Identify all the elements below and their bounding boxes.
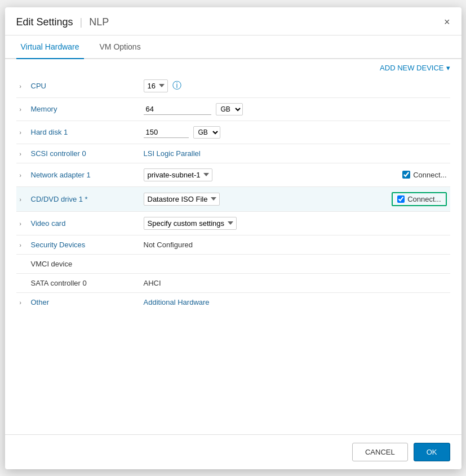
network-adapter-select[interactable]: private-subnet-1 bbox=[144, 168, 212, 181]
scsi-link[interactable]: LSI Logic Parallel bbox=[144, 149, 201, 158]
cpu-label: CPU bbox=[28, 74, 140, 98]
chevron-right-icon: › bbox=[20, 83, 21, 90]
memory-unit-select[interactable]: GBMB bbox=[216, 103, 243, 115]
toolbar: ADD NEW DEVICE ▾ bbox=[5, 59, 461, 74]
chevron-right-icon: › bbox=[20, 300, 21, 306]
cpu-select[interactable]: 16 124832 bbox=[144, 79, 168, 92]
table-row: › CD/DVD drive 1 * Datastore ISO File Cl… bbox=[16, 186, 450, 211]
hardware-table-container: › CPU 16 124832 ⓘ › bbox=[5, 74, 461, 434]
sata-text: AHCI bbox=[144, 279, 161, 287]
video-card-value: Specify custom settings Auto-detect sett… bbox=[140, 211, 450, 235]
add-device-label: ADD NEW DEVICE bbox=[380, 64, 443, 72]
other-label: Other bbox=[28, 292, 140, 312]
hard-disk-expand[interactable]: › bbox=[16, 121, 28, 144]
cddvd-value: Datastore ISO File Client Device Host De… bbox=[140, 186, 450, 211]
memory-input[interactable] bbox=[144, 104, 211, 115]
memory-expand[interactable]: › bbox=[16, 97, 28, 121]
dialog-footer: CANCEL OK bbox=[5, 434, 461, 469]
tab-vm-options[interactable]: VM Options bbox=[95, 35, 145, 59]
scsi-value: LSI Logic Parallel bbox=[140, 144, 450, 163]
hardware-table: › CPU 16 124832 ⓘ › bbox=[16, 74, 450, 312]
cddvd-expand[interactable]: › bbox=[16, 186, 28, 211]
vmci-label: VMCI device bbox=[28, 254, 140, 273]
security-devices-value: Not Configured bbox=[140, 235, 450, 254]
hard-disk-value: GBMBTB bbox=[140, 121, 450, 144]
add-new-device-button[interactable]: ADD NEW DEVICE ▾ bbox=[380, 64, 450, 72]
vmci-expand-placeholder bbox=[16, 254, 28, 273]
hard-disk-input[interactable] bbox=[144, 127, 189, 138]
ok-button[interactable]: OK bbox=[414, 443, 450, 461]
close-button[interactable]: × bbox=[444, 17, 450, 27]
sata-expand-placeholder bbox=[16, 273, 28, 292]
other-expand[interactable]: › bbox=[16, 292, 28, 312]
security-devices-text: Not Configured bbox=[144, 241, 193, 249]
other-value: Additional Hardware bbox=[140, 292, 450, 312]
network-connect-wrap: Connect... bbox=[402, 171, 446, 179]
cpu-value: 16 124832 ⓘ bbox=[140, 74, 450, 98]
dialog-title: Edit Settings bbox=[16, 16, 73, 28]
table-row: › Video card Specify custom settings Aut… bbox=[16, 211, 450, 235]
chevron-right-icon: › bbox=[20, 130, 21, 136]
cpu-expand[interactable]: › bbox=[16, 74, 28, 98]
edit-settings-dialog: Edit Settings | NLP × Virtual Hardware V… bbox=[5, 7, 461, 469]
table-row: › Security Devices Not Configured bbox=[16, 235, 450, 254]
hard-disk-unit-select[interactable]: GBMBTB bbox=[193, 126, 220, 139]
table-row: › Other Additional Hardware bbox=[16, 292, 450, 312]
chevron-right-icon: › bbox=[20, 172, 21, 179]
video-card-select[interactable]: Specify custom settings Auto-detect sett… bbox=[144, 217, 237, 230]
chevron-right-icon: › bbox=[20, 197, 21, 203]
security-devices-label: Security Devices bbox=[28, 235, 140, 254]
cddvd-connect-checkbox[interactable] bbox=[397, 195, 405, 203]
dialog-subtitle: NLP bbox=[89, 16, 109, 28]
video-card-label: Video card bbox=[28, 211, 140, 235]
video-expand[interactable]: › bbox=[16, 211, 28, 235]
dialog-separator: | bbox=[80, 16, 83, 28]
memory-value: GBMB bbox=[140, 97, 450, 121]
chevron-right-icon: › bbox=[20, 106, 21, 113]
cddvd-connect-wrap: Connect... bbox=[392, 192, 446, 206]
hard-disk-label: Hard disk 1 bbox=[28, 121, 140, 144]
scsi-expand[interactable]: › bbox=[16, 144, 28, 163]
security-expand[interactable]: › bbox=[16, 235, 28, 254]
vmci-value bbox=[140, 254, 450, 273]
cancel-button[interactable]: CANCEL bbox=[352, 443, 408, 461]
sata-label: SATA controller 0 bbox=[28, 273, 140, 292]
info-icon[interactable]: ⓘ bbox=[172, 80, 181, 92]
table-row: VMCI device bbox=[16, 254, 450, 273]
dialog-header: Edit Settings | NLP × bbox=[5, 7, 461, 35]
table-row: › Hard disk 1 GBMBTB bbox=[16, 121, 450, 144]
network-expand[interactable]: › bbox=[16, 163, 28, 186]
cddvd-label: CD/DVD drive 1 * bbox=[28, 186, 140, 211]
add-device-chevron-icon: ▾ bbox=[446, 64, 450, 72]
network-connect-checkbox[interactable] bbox=[402, 171, 410, 179]
other-link[interactable]: Additional Hardware bbox=[144, 298, 210, 306]
table-row: SATA controller 0 AHCI bbox=[16, 273, 450, 292]
scsi-label: SCSI controller 0 bbox=[28, 144, 140, 163]
chevron-right-icon: › bbox=[20, 151, 21, 157]
network-adapter-label: Network adapter 1 bbox=[28, 163, 140, 186]
table-row: › CPU 16 124832 ⓘ bbox=[16, 74, 450, 98]
chevron-right-icon: › bbox=[20, 242, 21, 248]
cddvd-connect-label: Connect... bbox=[407, 195, 441, 203]
table-row: › Memory GBMB bbox=[16, 97, 450, 121]
table-row: › SCSI controller 0 LSI Logic Parallel bbox=[16, 144, 450, 163]
table-row: › Network adapter 1 private-subnet-1 Con… bbox=[16, 163, 450, 186]
tab-virtual-hardware[interactable]: Virtual Hardware bbox=[16, 35, 84, 59]
cddvd-select[interactable]: Datastore ISO File Client Device Host De… bbox=[144, 193, 220, 206]
network-adapter-value: private-subnet-1 Connect... bbox=[140, 163, 450, 186]
network-connect-label: Connect... bbox=[413, 171, 446, 179]
sata-value: AHCI bbox=[140, 273, 450, 292]
tab-bar: Virtual Hardware VM Options bbox=[5, 35, 461, 59]
memory-label: Memory bbox=[28, 97, 140, 121]
chevron-right-icon: › bbox=[20, 221, 21, 227]
